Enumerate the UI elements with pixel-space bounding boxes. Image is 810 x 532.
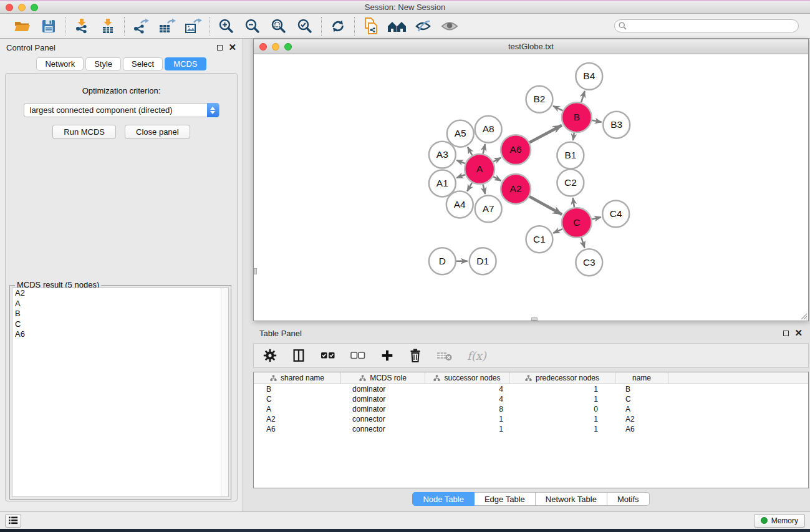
table-cell: 0: [509, 404, 615, 414]
column-header-shared-name[interactable]: shared name: [254, 372, 341, 384]
table-cell: A: [254, 404, 341, 414]
table-panel: Table Panel ✕: [253, 324, 809, 511]
graph-edge-A-A2[interactable]: [493, 177, 501, 181]
table-row[interactable]: Bdominator41B: [254, 384, 808, 394]
graph-node-label: A1: [436, 178, 448, 188]
refresh-button[interactable]: [327, 16, 349, 36]
result-item[interactable]: C: [12, 319, 228, 330]
column-header-predecessor-nodes[interactable]: predecessor nodes: [509, 372, 615, 384]
table-cell-empty: [668, 424, 808, 434]
close-panel-icon[interactable]: ✕: [794, 330, 803, 336]
tab-network[interactable]: Network: [36, 57, 84, 70]
graph-edge-A-A3[interactable]: [456, 160, 465, 163]
tab-network-table[interactable]: Network Table: [536, 492, 607, 506]
duplicate-network-button[interactable]: [360, 16, 382, 36]
zoom-selected-button[interactable]: [294, 16, 316, 36]
float-panel-icon[interactable]: [783, 331, 789, 336]
zoom-in-button[interactable]: [216, 16, 237, 36]
search-input[interactable]: [614, 19, 799, 32]
result-item[interactable]: A: [12, 299, 228, 309]
graph-edge-C-C2[interactable]: [573, 198, 574, 207]
tab-select[interactable]: Select: [123, 57, 163, 70]
graph-edge-A6-B[interactable]: [529, 125, 562, 143]
column-header-name[interactable]: name: [615, 372, 668, 384]
tab-edge-table[interactable]: Edge Table: [475, 492, 536, 506]
criterion-select[interactable]: largest connected component (directed): [24, 103, 219, 117]
network-graph[interactable]: B4B2BB3A5A8A6A3AB1A1C2A2A4A7CC4C1C3DD1: [254, 54, 808, 321]
column-type-icon: [433, 375, 440, 382]
delete-table-button[interactable]: [436, 349, 453, 362]
graph-edge-B-B3[interactable]: [592, 120, 601, 122]
graph-edge-A-A8[interactable]: [483, 144, 485, 154]
export-table-button[interactable]: [157, 16, 178, 36]
float-panel-icon[interactable]: [217, 45, 223, 51]
close-panel-button[interactable]: Close panel: [125, 125, 190, 139]
network-window-titlebar[interactable]: testGlobe.txt: [254, 39, 808, 54]
show-columns-button[interactable]: [291, 348, 306, 363]
graph-edge-A-A5[interactable]: [468, 147, 472, 155]
add-row-button[interactable]: [380, 348, 395, 363]
tab-style[interactable]: Style: [85, 57, 121, 70]
export-image-button[interactable]: [183, 16, 204, 36]
memory-button[interactable]: Memory: [754, 514, 805, 528]
graph-edge-B-B4[interactable]: [581, 91, 585, 103]
graph-edge-C-C3[interactable]: [581, 238, 584, 248]
result-item[interactable]: A6: [12, 329, 228, 340]
table-cell: dominator: [341, 404, 425, 414]
deselect-all-button[interactable]: [350, 350, 366, 361]
open-session-button[interactable]: [12, 16, 33, 36]
table-header-row: shared nameMCDS rolesuccessor nodesprede…: [254, 372, 808, 384]
export-table-icon: [158, 18, 176, 34]
graph-edge-A2-C[interactable]: [529, 196, 562, 215]
table-row[interactable]: A6connector11A6: [254, 424, 808, 434]
export-network-button[interactable]: [130, 16, 152, 36]
graph-edge-A-A7[interactable]: [483, 184, 485, 194]
preview-eye-button[interactable]: [439, 16, 460, 36]
save-session-button[interactable]: [38, 16, 59, 36]
table-row[interactable]: Adominator80A: [254, 404, 808, 414]
delete-row-button[interactable]: [408, 348, 422, 363]
zoom-out-button[interactable]: [242, 16, 263, 36]
graph-edge-C-C1[interactable]: [553, 229, 562, 233]
import-table-button[interactable]: [97, 16, 118, 36]
hide-details-button[interactable]: [413, 16, 434, 36]
table-row[interactable]: Cdominator41C: [254, 394, 808, 404]
scrollbar-track[interactable]: [221, 288, 228, 496]
double-house-icon: [387, 19, 407, 34]
network-canvas[interactable]: B4B2BB3A5A8A6A3AB1A1C2A2A4A7CC4C1C3DD1: [254, 54, 808, 321]
table-cell: dominator: [341, 384, 425, 394]
graph-edge-B-B1[interactable]: [573, 133, 574, 140]
import-network-button[interactable]: [71, 16, 92, 36]
fit-content-button[interactable]: [268, 16, 289, 36]
resize-grip-icon[interactable]: [799, 311, 808, 320]
result-item[interactable]: B: [12, 309, 228, 319]
tab-motifs[interactable]: Motifs: [607, 492, 650, 506]
table-settings-button[interactable]: [263, 348, 277, 363]
graph-node-label: A5: [455, 128, 466, 138]
graph-edge-A-A4[interactable]: [467, 183, 472, 191]
graph-node-label: A6: [510, 144, 522, 155]
close-panel-icon[interactable]: ✕: [228, 44, 236, 51]
graph-edge-C-C4[interactable]: [592, 217, 601, 219]
tab-mcds[interactable]: MCDS: [165, 57, 206, 70]
column-header-mcds-role[interactable]: MCDS role: [341, 372, 425, 384]
application-window: Session: New Session: [0, 0, 810, 532]
home-button[interactable]: [387, 16, 408, 36]
table-row[interactable]: A2connector11A2: [254, 414, 808, 424]
export-image-icon: [185, 18, 202, 34]
apply-function-button[interactable]: f(x): [467, 349, 486, 362]
run-mcds-button[interactable]: Run MCDS: [52, 125, 116, 139]
graph-edge-B-B2[interactable]: [553, 106, 562, 110]
graph-node-label: B4: [583, 70, 595, 81]
task-history-button[interactable]: [5, 514, 21, 528]
result-item[interactable]: A2: [12, 288, 228, 299]
graph-edge-A-A6[interactable]: [493, 158, 501, 162]
select-all-button[interactable]: [320, 350, 336, 361]
tab-node-table[interactable]: Node Table: [412, 492, 475, 506]
splitter-handle[interactable]: [254, 268, 257, 274]
splitter-handle[interactable]: [531, 317, 538, 321]
column-header-successor-nodes[interactable]: successor nodes: [425, 372, 509, 384]
open-folder-icon: [14, 19, 31, 34]
control-panel: Control Panel ✕ NetworkStyleSelectMCDS O…: [0, 39, 243, 511]
graph-edge-A-A1[interactable]: [456, 175, 465, 178]
